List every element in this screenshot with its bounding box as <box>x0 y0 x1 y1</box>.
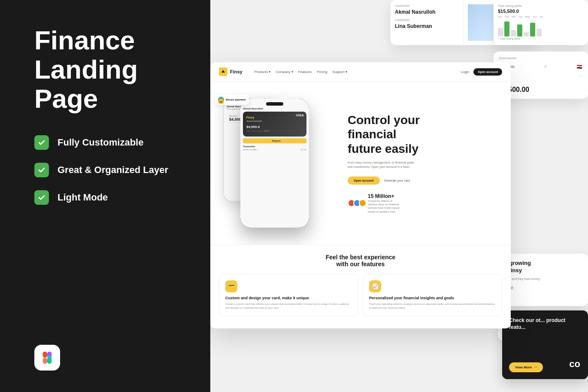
cardholder-name-2: Lina Suberman <box>395 23 459 29</box>
figma-badge <box>34 345 60 371</box>
transaction-label: Transaction <box>243 145 306 148</box>
svg-rect-0 <box>43 352 47 358</box>
nav-cta-button[interactable]: Open account <box>473 68 502 76</box>
feature-item-2: Great & Organized Layer <box>34 163 189 177</box>
check-icon-3 <box>38 194 45 201</box>
nav-login[interactable]: Login <box>461 70 470 74</box>
bar-jan <box>498 28 503 36</box>
card-visa-label: VISA <box>296 113 304 117</box>
more-dots-icon: ··· <box>579 73 583 79</box>
transfer-amount: $1,500.00 <box>499 86 583 94</box>
nav-support[interactable]: Support ▾ <box>333 70 347 74</box>
logo-icon <box>219 67 227 76</box>
feature-cards: 💳 Custom and design your card, make it u… <box>219 274 502 316</box>
open-account-button[interactable]: Open account <box>348 176 380 185</box>
feature-card-1: 💳 Custom and design your card, make it u… <box>219 274 358 316</box>
feature-card-icon-1: 💳 <box>225 280 237 292</box>
stat-block: 15 Million+ Trusted by millions of satis… <box>368 193 402 214</box>
transfer-arrow: ↗ <box>543 64 547 69</box>
feature-label-3: Light Mode <box>58 192 108 203</box>
phone-screen: Akmal Nasrulloh VISA Finsy Akmal Nasrull… <box>240 99 309 228</box>
check-badge-1 <box>34 135 49 150</box>
check-icon-2 <box>38 166 45 174</box>
hero-stats: 15 Million+ Trusted by millions of satis… <box>348 193 502 214</box>
floating-badge-content: 🔒 Secure payment <box>218 97 246 103</box>
phone-username: Akmal Nasrulloh <box>243 107 306 110</box>
feature-card-icon-2: 📈 <box>369 280 381 292</box>
stripe-logo: stripe <box>500 285 582 291</box>
preview-features: Feel the best experience with our featur… <box>210 245 511 325</box>
bar-feb <box>504 21 509 36</box>
bar-mar <box>511 30 516 36</box>
nav-logo: Finsy <box>219 67 242 76</box>
phone-card: VISA Finsy Akmal Nasrulloh $4,500.0 ••••… <box>243 112 306 137</box>
preview-hero: 9:41 Akmal Nasrulloh One app for all Bal… <box>210 82 511 245</box>
ai-logo: ∿ Ai <box>500 292 582 298</box>
stat-count: 15 Million+ <box>368 193 402 199</box>
bar-jul <box>536 29 542 36</box>
cardholder-label-1: Cardholder <box>395 4 459 7</box>
hero-subtext: From easy money management, to financial… <box>348 161 416 170</box>
check-icon-1 <box>38 139 45 146</box>
chart-bars <box>498 19 584 36</box>
transfer-label: Send transfer <box>499 57 583 60</box>
stat-label: Trusted by millions of satisfied users o… <box>368 199 402 214</box>
main-title: Finance Landing Page <box>34 26 189 114</box>
view-more-button[interactable]: View More → <box>509 362 543 372</box>
partner-logos: stripe ∿ Ai <box>500 285 582 298</box>
cardholder-label-2: Cardholder <box>395 18 459 21</box>
features-heading: Feel the best experience with our featur… <box>219 254 502 267</box>
growing-text: est growing se Finsy <box>500 260 582 274</box>
phone-notch <box>266 102 283 106</box>
check-badge-2 <box>34 163 49 177</box>
hero-headline: Control your financial future easily <box>348 113 502 156</box>
feature-card-desc-1: Create a custom card that reflects your … <box>225 302 352 310</box>
arrow-right-icon: → <box>533 365 537 369</box>
figma-icon <box>39 350 55 365</box>
landing-preview: Finsy Products ▾ Company ▾ Features Pric… <box>210 62 511 328</box>
request-btn[interactable]: ⚡ Request <box>243 138 306 143</box>
feature-item-1: Fully Customizable <box>34 135 189 150</box>
egp-flag: 🇪🇬 <box>576 63 583 70</box>
feature-card-title-1: Custom and design your card, make it uni… <box>225 296 352 300</box>
svg-rect-4 <box>47 358 52 364</box>
generate-card-button[interactable]: Generate your card <box>384 179 410 182</box>
nav-features[interactable]: Features <box>298 70 312 74</box>
preview-nav: Finsy Products ▾ Company ▾ Features Pric… <box>210 62 511 82</box>
promo-title: Check our ot... product featu... <box>509 317 581 331</box>
to-currency: 🇪🇬 <box>576 63 583 70</box>
co-badge: co <box>561 349 588 379</box>
phone-mockup-main: Akmal Nasrulloh VISA Finsy Akmal Nasrull… <box>240 99 309 228</box>
nav-products[interactable]: Products ▾ <box>255 70 271 74</box>
nav-company[interactable]: Company ▾ <box>276 70 293 74</box>
recipient-row: CUiCK ··· <box>499 73 583 79</box>
check-badge-3 <box>34 190 49 205</box>
right-panel: Cardholder Akmal Nasrulloh Cardholder Li… <box>210 0 588 392</box>
secure-label: Secure payment <box>226 98 246 101</box>
card-holder-name: Akmal Nasrulloh <box>246 120 303 122</box>
nav-links: Products ▾ Company ▾ Features Pricing Su… <box>255 70 347 74</box>
title-line2: Landing Page <box>34 55 138 113</box>
left-panel: Finance Landing Page Fully Customizable … <box>0 0 210 392</box>
title-line1: Finance <box>34 25 135 55</box>
amount-label: Amount <box>499 81 583 85</box>
card-balance: $4,500.0 <box>246 125 303 129</box>
chart-amount: $15,500.0 <box>498 9 584 14</box>
transaction-item-1: Receive from Akm... +$1,300 <box>243 149 306 151</box>
hero-text: Control your financial future easily Fro… <box>339 82 511 245</box>
phone-actions: ⚡ Request <box>243 138 306 143</box>
chart-title: Total saving goals <box>498 4 584 7</box>
feature-card-title-2: Personalized your financial insights and… <box>369 296 496 300</box>
chart-card: Total saving goals $15,500.0 JanFebMarAp… <box>494 0 588 45</box>
bar-apr <box>517 24 522 36</box>
features-list: Fully Customizable Great & Organized Lay… <box>34 135 189 205</box>
bar-jun <box>530 23 535 36</box>
feature-card-desc-2: Track your spending patterns, analyze in… <box>369 302 496 310</box>
feature-label-2: Great & Organized Layer <box>58 164 168 176</box>
svg-rect-1 <box>43 358 47 364</box>
avatar-3 <box>359 199 367 207</box>
nav-pricing[interactable]: Pricing <box>317 70 327 74</box>
nav-logo-text: Finsy <box>230 69 242 74</box>
cardholder-name-1: Akmal Nasrulloh <box>395 9 459 15</box>
floating-badge: 🔒 Secure payment <box>215 94 249 105</box>
